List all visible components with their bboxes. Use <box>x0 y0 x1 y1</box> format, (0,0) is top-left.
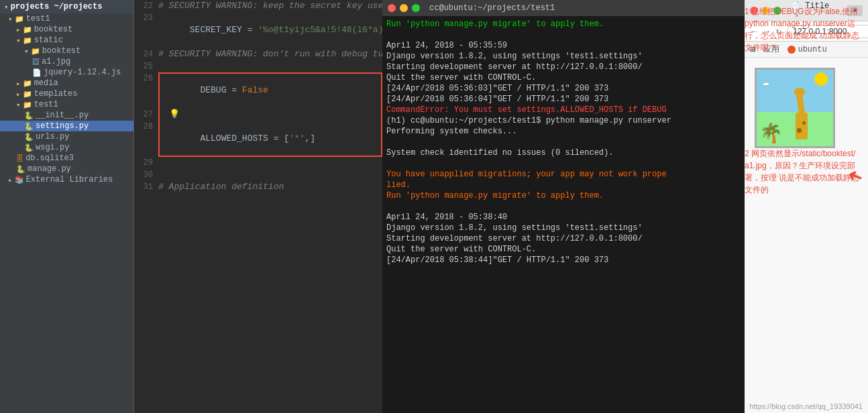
tree-a1jpg[interactable]: 🖼 a1.jpg <box>0 56 133 67</box>
tree-static[interactable]: ▾ 📁 static <box>0 35 133 46</box>
line-content <box>158 169 382 181</box>
expand-icon: ▾ <box>16 101 21 109</box>
editor-line-26: 26 DEBUG = False <box>134 72 382 109</box>
tree-booktest-sub[interactable]: ▾ 📁 booktest <box>0 46 133 56</box>
terminal-line: April 24, 2018 - 05:38:40 <box>386 212 741 223</box>
expand-icon: ▾ <box>16 36 21 45</box>
terminal-content: Run 'python manage.py migrate' to apply … <box>382 16 745 268</box>
editor-line-23: 23 SECRET_KEY = '%o@t1yijc5&a!5!48(l6*a)… <box>134 12 382 48</box>
browser-content: ☁ 🌴 <box>745 58 868 413</box>
folder-icon: 📁 <box>23 79 32 88</box>
folder-icon: 📁 <box>23 36 32 45</box>
terminal-line <box>386 201 741 212</box>
giraffe-spot <box>802 121 806 125</box>
terminal-line: Quit the server with CONTROL-C. <box>386 244 741 255</box>
terminal-line: Django version 1.8.2, using settings 'te… <box>386 51 741 62</box>
tree-test1-sub[interactable]: ▾ 📁 test1 <box>0 99 133 110</box>
file-icon: 🐍 <box>24 111 34 120</box>
terminal-line: (h1) cc@ubuntu:~/projects/test1$ python … <box>386 115 741 126</box>
file-icon: 🐍 <box>16 165 25 174</box>
terminal-minimize-btn[interactable] <box>400 4 408 12</box>
file-icon: 🐍 <box>24 143 34 152</box>
terminal-line: Starting development server at http://12… <box>386 233 741 244</box>
terminal-line: Run 'python manage.py migrate' to apply … <box>386 19 741 30</box>
line-content: # SECURITY WARNING: keep the secret key … <box>158 0 382 12</box>
line-content <box>158 157 382 169</box>
line-number: 30 <box>134 169 158 181</box>
giraffe-spot <box>797 128 802 133</box>
editor-line-28: 28 ALLOWED_HOSTS = ['*',] <box>134 121 382 157</box>
tree-templates[interactable]: ▸ 📁 templates <box>0 88 133 99</box>
file-icon: 🖼 <box>32 58 40 66</box>
line-number: 23 <box>134 12 158 48</box>
terminal-line-error: CommandError: You must set settings.ALLO… <box>386 105 741 115</box>
expand-icon: ▸ <box>16 90 21 99</box>
line-content: DEBUG = False <box>158 72 382 109</box>
folder-icon: 📁 <box>23 101 32 109</box>
tree-settings[interactable]: 🐍 settings.py <box>0 121 133 131</box>
annotation-1: 1 已经把DEBUG设为False,使用python manage.py run… <box>745 5 863 54</box>
editor-line-31: 31 # Application definition <box>134 181 382 193</box>
terminal-line-warning: lied. <box>386 180 741 190</box>
terminal-maximize-btn[interactable] <box>412 4 420 12</box>
expand-icon: ▸ <box>16 25 21 34</box>
tree-booktest[interactable]: ▸ 📁 booktest <box>0 24 133 35</box>
editor-line-27: 27 💡 <box>134 109 382 121</box>
terminal-line: Starting development server at http://12… <box>386 62 741 72</box>
terminal-titlebar: cc@ubuntu:~/projects/test1 <box>382 0 745 16</box>
giraffe-neck <box>796 94 805 115</box>
tree-jquery[interactable]: 📄 jquery-1.12.4.js <box>0 67 133 78</box>
terminal-line: Django version 1.8.2, using settings 'te… <box>386 223 741 233</box>
cloud-icon: ☁ <box>762 74 769 88</box>
terminal-panel: cc@ubuntu:~/projects/test1 Run 'python m… <box>382 0 745 413</box>
terminal-line <box>386 30 741 40</box>
terminal-line: System check identified no issues (0 sil… <box>386 148 741 158</box>
file-icon: 🗄 <box>16 154 23 163</box>
terminal-line-warning: Run 'python manage.py migrate' to apply … <box>386 190 741 201</box>
editor-line-30: 30 <box>134 169 382 181</box>
terminal-line: Quit the server with CONTROL-C. <box>386 72 741 83</box>
line-content: SECRET_KEY = '%o@t1yijc5&a!5!48(l6*a)_!3… <box>158 12 382 48</box>
editor-panel: 22 # SECURITY WARNING: keep the secret k… <box>134 0 382 413</box>
lib-icon: 📚 <box>15 176 24 184</box>
expand-icon: ▾ <box>24 47 29 56</box>
giraffe-head <box>794 88 805 96</box>
terminal-line: Performing system checks... <box>386 126 741 137</box>
tree-media[interactable]: ▸ 📁 media <box>0 78 133 88</box>
tree-wsgi[interactable]: 🐍 wsgi.py <box>0 142 133 153</box>
line-number: 28 <box>134 121 158 157</box>
tree-urls[interactable]: 🐍 urls.py <box>0 131 133 142</box>
folder-icon: 📁 <box>23 25 32 34</box>
tree-db[interactable]: 🗄 db.sqlite3 <box>0 153 133 164</box>
folder-icon: 📁 <box>15 15 24 23</box>
line-number: 22 <box>134 0 158 12</box>
browser-panel: 📄 Title ✕ + ← → ↻ ⊞ 应用 ubuntu ☁ 🌴 <box>745 0 868 413</box>
file-icon: 🐍 <box>24 122 34 131</box>
terminal-line <box>386 137 741 148</box>
line-number: 24 <box>134 48 158 60</box>
terminal-close-btn[interactable] <box>388 4 396 12</box>
editor-line-24: 24 # SECURITY WARNING: don't run with de… <box>134 48 382 60</box>
file-icon: 🐍 <box>24 133 34 141</box>
terminal-line: [24/Apr/2018 05:36:04]"GET / HTTP/1.1" 2… <box>386 94 741 105</box>
giraffe-body <box>796 113 808 139</box>
tree-init[interactable]: 🐍 __init__.py <box>0 110 133 121</box>
tree-ext-libs[interactable]: ▸ 📚 External Libraries <box>0 174 133 185</box>
line-number: 25 <box>134 60 158 72</box>
expand-icon: ▸ <box>16 79 21 88</box>
website-image: ☁ 🌴 <box>755 68 835 148</box>
editor-line-22: 22 # SECURITY WARNING: keep the secret k… <box>134 0 382 12</box>
terminal-line: [24/Apr/2018 05:36:03]"GET / HTTP/1.1" 2… <box>386 83 741 94</box>
annotation-2: 2 网页依然显示/static/booktest/ a1.jpg，原因？生产环境… <box>745 148 863 196</box>
line-content: # Application definition <box>158 181 382 193</box>
tree-root[interactable]: ▾ projects ~/projects <box>0 0 133 13</box>
folder-icon: ▾ <box>4 3 9 11</box>
editor-line-29: 29 <box>134 157 382 169</box>
tree-test1[interactable]: ▾ 📁 test1 <box>0 13 133 24</box>
file-tree: ▾ projects ~/projects ▾ 📁 test1 ▸ 📁 book… <box>0 0 134 413</box>
line-number: 29 <box>134 157 158 169</box>
terminal-line: April 24, 2018 - 05:35:59 <box>386 40 741 51</box>
sun <box>814 72 828 86</box>
folder-icon: 📁 <box>23 90 32 99</box>
tree-manage[interactable]: 🐍 manage.py <box>0 164 133 174</box>
